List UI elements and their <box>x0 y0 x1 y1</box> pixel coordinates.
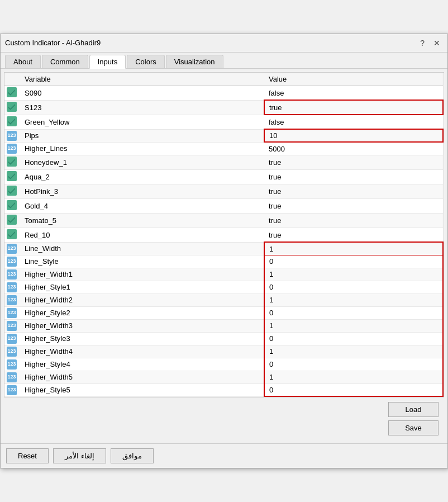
table-row: 123Higher_Style10 <box>4 281 443 293</box>
row-icon: 123 <box>4 255 20 268</box>
table-row: Aqua_2true <box>4 169 443 184</box>
load-button[interactable]: Load <box>388 402 439 417</box>
row-variable: Red_10 <box>20 228 264 242</box>
row-variable: HotPink_3 <box>20 184 264 198</box>
row-icon: 123 <box>4 371 20 383</box>
row-icon <box>4 198 20 213</box>
table-row: 123Higher_Width31 <box>4 319 443 332</box>
row-value[interactable]: 0 <box>264 255 443 268</box>
row-variable: Higher_Style3 <box>20 332 264 345</box>
bool-icon <box>7 157 17 167</box>
tab-inputs[interactable]: Inputs <box>89 55 126 69</box>
num-icon: 123 <box>7 244 17 254</box>
row-variable: Higher_Style1 <box>20 281 264 293</box>
row-value[interactable]: false <box>264 86 443 100</box>
row-icon: 123 <box>4 358 20 371</box>
row-value[interactable]: 0 <box>264 281 443 293</box>
row-variable: Aqua_2 <box>20 169 264 184</box>
table-row: 123Higher_Width11 <box>4 268 443 281</box>
row-variable: Higher_Style4 <box>20 358 264 371</box>
table-row: Tomato_5true <box>4 213 443 228</box>
bool-icon <box>7 116 17 126</box>
row-value[interactable]: 1 <box>264 268 443 281</box>
tab-visualization[interactable]: Visualization <box>166 55 223 68</box>
row-value[interactable]: 1 <box>264 293 443 306</box>
row-value[interactable]: true <box>264 213 443 228</box>
row-variable: Honeydew_1 <box>20 155 264 169</box>
row-icon <box>4 115 20 129</box>
num-icon: 123 <box>7 295 17 305</box>
tab-common[interactable]: Common <box>42 55 88 68</box>
reset-button[interactable]: Reset <box>6 448 49 463</box>
row-variable: Higher_Width3 <box>20 319 264 332</box>
row-icon: 123 <box>4 345 20 358</box>
bottom-bar: Reset إلغاء الأمر موافق <box>1 443 447 468</box>
row-icon: 123 <box>4 293 20 306</box>
row-value[interactable]: 1 <box>264 242 443 255</box>
row-value[interactable]: true <box>264 228 443 242</box>
row-value[interactable]: true <box>264 198 443 213</box>
bool-icon <box>7 186 17 196</box>
window: Custom Indicator - Al-Ghadir9 ? ✕ About … <box>0 34 448 469</box>
row-value[interactable]: true <box>264 184 443 198</box>
row-value[interactable]: 0 <box>264 358 443 371</box>
num-icon: 123 <box>7 347 17 357</box>
close-button[interactable]: ✕ <box>431 37 443 49</box>
table-row: S123true <box>4 100 443 115</box>
num-icon: 123 <box>7 334 17 344</box>
row-variable: Higher_Width2 <box>20 293 264 306</box>
tab-about[interactable]: About <box>5 55 41 68</box>
table-header-row: Variable Value <box>4 73 443 86</box>
row-icon: 123 <box>4 332 20 345</box>
row-icon <box>4 184 20 198</box>
row-icon: 123 <box>4 281 20 293</box>
table-row: 123Higher_Style40 <box>4 358 443 371</box>
tab-bar: About Common Inputs Colors Visualization <box>1 53 447 69</box>
table-row: 123Higher_Width21 <box>4 293 443 306</box>
row-value[interactable]: true <box>264 100 443 115</box>
bool-icon <box>7 229 17 239</box>
num-icon: 123 <box>7 321 17 331</box>
row-value[interactable]: true <box>264 155 443 169</box>
row-value[interactable]: 5000 <box>264 142 443 155</box>
row-variable: Higher_Width5 <box>20 371 264 383</box>
num-icon: 123 <box>7 385 17 395</box>
num-icon: 123 <box>7 131 17 141</box>
row-variable: Pips <box>20 129 264 142</box>
num-icon: 123 <box>7 359 17 370</box>
bool-icon <box>7 215 17 225</box>
table-row: HotPink_3true <box>4 184 443 198</box>
row-value[interactable]: 0 <box>264 332 443 345</box>
row-icon <box>4 169 20 184</box>
row-icon: 123 <box>4 383 20 396</box>
row-variable: Line_Style <box>20 255 264 268</box>
row-value[interactable]: 1 <box>264 345 443 358</box>
col-icon-header <box>4 73 20 86</box>
title-bar-controls: ? ✕ <box>417 37 443 49</box>
main-content: Variable Value S090falseS123trueGreen_Ye… <box>1 69 447 444</box>
row-variable: Green_Yellow <box>20 115 264 129</box>
row-value[interactable]: 0 <box>264 383 443 396</box>
ok-button[interactable]: موافق <box>111 448 154 463</box>
row-variable: Higher_Lines <box>20 142 264 155</box>
table-row: 123Higher_Style50 <box>4 383 443 396</box>
table-row: 123Higher_Style20 <box>4 306 443 319</box>
row-variable: S123 <box>20 100 264 115</box>
table-row: 123Higher_Style30 <box>4 332 443 345</box>
row-value[interactable]: true <box>264 169 443 184</box>
help-button[interactable]: ? <box>417 37 427 49</box>
row-variable: Gold_4 <box>20 198 264 213</box>
row-value[interactable]: 10 <box>264 129 443 142</box>
tab-colors[interactable]: Colors <box>127 55 165 68</box>
col-value-header: Value <box>264 73 443 86</box>
cancel-button[interactable]: إلغاء الأمر <box>53 448 106 463</box>
table-row: S090false <box>4 86 443 100</box>
row-variable: Higher_Width1 <box>20 268 264 281</box>
num-icon: 123 <box>7 372 17 382</box>
row-value[interactable]: 1 <box>264 371 443 383</box>
row-icon: 123 <box>4 268 20 281</box>
row-value[interactable]: false <box>264 115 443 129</box>
row-value[interactable]: 0 <box>264 306 443 319</box>
save-button[interactable]: Save <box>388 420 439 435</box>
row-value[interactable]: 1 <box>264 319 443 332</box>
